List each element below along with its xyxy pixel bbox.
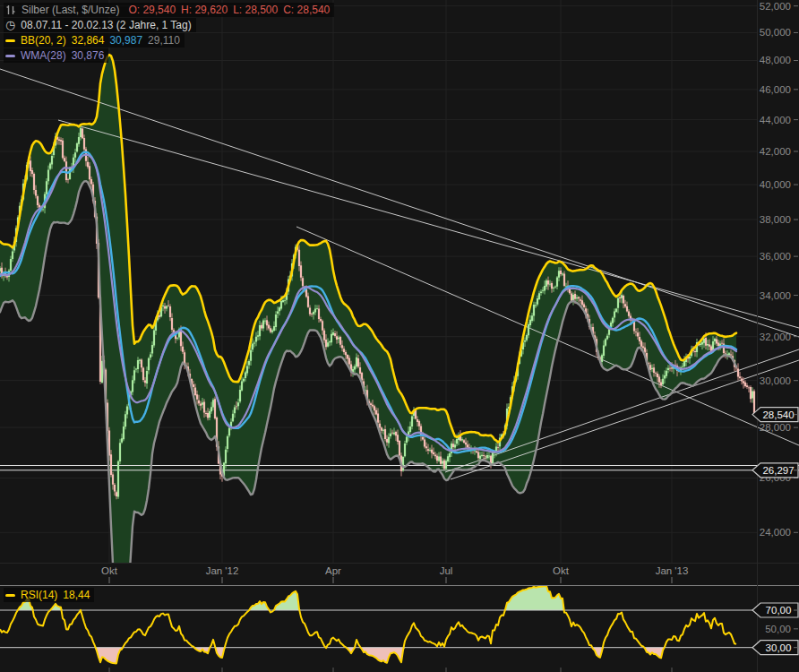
bb-lower-value: 29,110 [148,34,180,47]
price-axis-label: 40,000 [760,179,791,190]
instrument-title: Silber (Last, $/Unze) [21,4,119,16]
price-axis-label: 48,000 [760,55,791,65]
wma-color-swatch [5,55,15,57]
rsi-legend-row[interactable]: RSI(14) 18,44 [4,588,94,602]
price-axis-label: 52,000 [760,1,791,12]
support-level-badge[interactable]: 26,297 [752,463,798,478]
last-price-badge: 28,540 [752,408,798,422]
rsi-label: RSI(14) [21,589,57,601]
svg-text:70,00: 70,00 [766,605,792,616]
svg-text:30,00: 30,00 [766,642,792,653]
date-range-row: ◷ 08.07.11 - 20.02.13 (2 Jahre, 1 Tag) [4,18,196,32]
price-axis-label: 36,000 [760,251,791,262]
time-axis-label: Okt [553,565,570,576]
chart-canvas[interactable]: 52,00050,00048,00046,00044,00042,00040,0… [0,0,799,672]
svg-text:26,297: 26,297 [762,465,794,476]
instrument-legend-row[interactable]: Silber (Last, $/Unze) O: 29,540 H: 29,62… [4,3,334,17]
chart-application: 52,00050,00048,00046,00044,00042,00040,0… [0,0,799,672]
price-axis-label: 34,000 [760,290,791,301]
rsi-color-swatch [5,594,15,597]
rsi-value: 18,44 [63,589,90,601]
bb-upper-value: 32,864 [72,34,105,47]
price-axis-label: 30,000 [760,375,791,386]
time-axis-label: Jul [440,565,453,576]
high-value: H: 29,620 [181,4,228,16]
clock-icon: ◷ [5,20,15,30]
wma-value: 30,876 [72,49,105,62]
bb-legend-row[interactable]: BB(20, 2) 32,864 30,987 29,110 [4,33,185,47]
date-range-label: 08.07.11 - 20.02.13 (2 Jahre, 1 Tag) [21,19,191,31]
rsi-70-badge: 70,00 [752,603,798,617]
wma-legend-row[interactable]: WMA(28) 30,876 [4,48,108,63]
time-axis-label: Jan '13 [656,565,689,576]
time-axis-label: Apr [325,565,341,576]
bollinger-band-fill [0,55,736,644]
open-value: O: 29,540 [128,4,176,16]
low-value: L: 28,500 [233,4,278,16]
price-axis-label: 42,000 [760,146,791,157]
rsi-axis-label: 50,00 [765,624,791,634]
svg-text:28,540: 28,540 [762,409,794,420]
wma-label: WMA(28) [21,49,66,62]
price-axis-label: 32,000 [760,332,791,342]
time-axis-label: Jan '12 [206,565,239,576]
price-axis-label: 38,000 [760,214,791,225]
price-axis-label: 28,000 [760,422,791,433]
price-axis-label: 50,000 [760,27,791,38]
time-axis-label: Okt [101,565,118,576]
rsi-overbought-fill [0,586,736,610]
trendline[interactable] [451,360,799,479]
bb-color-swatch [5,39,15,42]
price-axis-label: 46,000 [760,84,791,95]
price-axis-label: 24,000 [760,527,791,538]
bb-label: BB(20, 2) [21,34,66,47]
candlestick-icon [5,4,16,15]
rsi-panel [0,586,758,664]
close-value: C: 28,540 [283,4,330,16]
bb-middle-value: 30,987 [109,34,142,47]
rsi-30-badge: 30,00 [752,641,798,655]
price-axis-label: 44,000 [760,115,791,125]
